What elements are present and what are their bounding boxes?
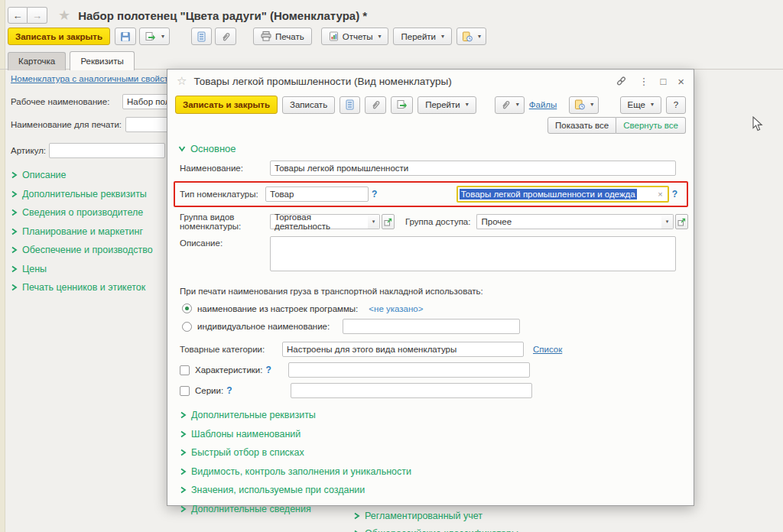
print-name-label: Наименование для печати: <box>11 120 125 129</box>
chevron-right-icon <box>11 190 18 198</box>
history-icon <box>462 31 473 42</box>
individual-name-radio[interactable] <box>182 322 192 332</box>
selected-text: Товары легкой промышленности и одежда <box>460 189 637 200</box>
chevron-right-icon <box>11 265 18 273</box>
more-menu-icon[interactable]: ⋮ <box>638 76 648 86</box>
paperclip-icon <box>220 31 231 42</box>
type-extra-input[interactable]: Товары легкой промышленности и одежда × <box>456 186 669 203</box>
characteristics-help-icon[interactable]: ? <box>265 365 271 375</box>
list-icon <box>345 99 355 110</box>
dialog-save-close-button[interactable]: Записать и закрыть <box>175 96 278 114</box>
main-section-header[interactable]: Основное <box>178 143 676 154</box>
type-input[interactable] <box>265 187 369 202</box>
type-extra-help-icon[interactable]: ? <box>672 189 677 200</box>
paperclip-icon <box>500 99 511 110</box>
section-link[interactable]: Значения, используемые при создании <box>180 481 676 500</box>
attachments-button[interactable] <box>215 28 236 45</box>
chevron-right-icon <box>11 209 18 216</box>
article-input[interactable] <box>49 143 165 158</box>
series-label: Серии: <box>195 386 223 395</box>
program-name-radio[interactable] <box>182 303 192 313</box>
description-label: Описание: <box>180 236 270 248</box>
reports-button[interactable]: Отчеты ▾ <box>321 28 389 45</box>
help-button[interactable]: ? <box>666 96 686 114</box>
individual-name-label: индивидуальное наименование: <box>197 322 330 331</box>
access-group-label: Группа доступа: <box>405 217 470 226</box>
categories-list-link[interactable]: Список <box>533 345 562 354</box>
section-link[interactable]: Видимость, контроль заполнения и уникаль… <box>180 462 676 482</box>
series-checkbox[interactable] <box>180 386 190 396</box>
dropdown-icon: ▾ <box>466 102 469 108</box>
similar-properties-link[interactable]: Номенклатура с аналогичными свойст <box>11 74 168 83</box>
open-icon[interactable] <box>382 214 395 229</box>
goto-button[interactable]: Перейти ▾ <box>393 28 452 45</box>
name-label: Наименование: <box>180 164 270 173</box>
dropdown-icon[interactable]: ▾ <box>368 214 380 229</box>
more-button[interactable]: Еще ▾ <box>620 96 661 114</box>
characteristics-input[interactable] <box>288 362 530 378</box>
dialog-structure-button[interactable] <box>340 96 360 114</box>
history-icon <box>574 99 585 110</box>
dropdown-icon: ▾ <box>651 102 654 108</box>
dialog-copy-button[interactable] <box>391 96 413 114</box>
paperclip-icon <box>370 99 381 110</box>
back-icon: ← <box>13 10 23 21</box>
window-header: ← → ★ Набор полотенец "Цвета радуги" (Но… <box>8 6 367 24</box>
type-help-icon[interactable]: ? <box>372 189 377 200</box>
section-link[interactable]: Дополнительные сведения <box>180 500 676 519</box>
copy-icon <box>145 31 156 42</box>
tab-card[interactable]: Карточка <box>8 52 66 70</box>
copy-icon <box>396 99 408 110</box>
chevron-right-icon <box>11 284 18 291</box>
not-specified-link[interactable]: <не указано> <box>369 304 423 313</box>
dialog-goto-button[interactable]: Перейти ▾ <box>417 96 476 114</box>
categories-input[interactable] <box>282 342 524 357</box>
files-link[interactable]: Файлы <box>529 100 557 109</box>
collapse-all-button[interactable]: Свернуть все <box>616 117 686 134</box>
dialog-title: Товары легкой промышленности (Вид номенк… <box>193 76 451 87</box>
history-button[interactable]: ▾ <box>456 28 486 45</box>
print-button[interactable]: Печать <box>253 28 312 45</box>
dialog-toolbar: Записать и закрыть Записать Перейти ▾ ▾ … <box>167 92 694 117</box>
description-textarea[interactable] <box>270 236 676 271</box>
section-link[interactable]: Общероссийские классификаторы <box>353 524 518 532</box>
forward-button[interactable]: → <box>28 7 47 24</box>
dialog-attachments-button[interactable] <box>365 96 386 114</box>
section-link[interactable]: Быстрый отбор в списках <box>180 443 676 462</box>
series-help-icon[interactable]: ? <box>226 385 232 396</box>
chevron-right-icon <box>11 246 18 254</box>
back-button[interactable]: ← <box>8 7 28 24</box>
favorite-star-icon[interactable]: ★ <box>58 7 70 24</box>
structure-button[interactable] <box>191 28 212 45</box>
dropdown-icon[interactable]: ▾ <box>661 214 674 229</box>
close-icon[interactable]: × <box>677 76 684 87</box>
link-icon[interactable] <box>616 76 627 86</box>
open-icon[interactable] <box>675 214 688 229</box>
dialog-history-button[interactable]: ▾ <box>569 96 599 114</box>
list-icon <box>197 31 206 42</box>
view-controls: Показать все Свернуть все <box>167 117 694 138</box>
dialog-files-button[interactable]: ▾ <box>495 96 525 114</box>
individual-name-input[interactable] <box>343 319 520 334</box>
section-link[interactable]: Шаблоны наименований <box>180 425 676 444</box>
access-group-combo[interactable]: Прочее ▾ <box>476 214 688 229</box>
favorite-star-icon[interactable]: ☆ <box>177 74 187 88</box>
maximize-icon[interactable]: □ <box>660 76 666 86</box>
dialog-save-button[interactable]: Записать <box>282 96 335 114</box>
chevron-right-icon <box>180 505 187 513</box>
show-all-button[interactable]: Показать все <box>547 117 616 134</box>
dropdown-icon: ▾ <box>516 102 519 108</box>
group-combo[interactable]: Торговая деятельность ▾ <box>270 214 395 229</box>
save-button[interactable] <box>115 28 136 45</box>
section-link[interactable]: Дополнительные реквизиты <box>180 406 676 425</box>
dialog-body: Основное Наименование: Тип номенклатуры:… <box>167 138 694 518</box>
series-input[interactable] <box>291 383 532 398</box>
chevron-right-icon <box>180 411 187 419</box>
save-close-button[interactable]: Записать и закрыть <box>8 28 110 45</box>
characteristics-checkbox[interactable] <box>180 365 190 375</box>
clear-icon[interactable]: × <box>655 190 664 199</box>
printer-icon <box>261 31 271 41</box>
copy-button[interactable]: ▾ <box>139 28 170 45</box>
tab-requisites[interactable]: Реквизиты <box>70 51 134 70</box>
name-input[interactable] <box>270 161 676 176</box>
